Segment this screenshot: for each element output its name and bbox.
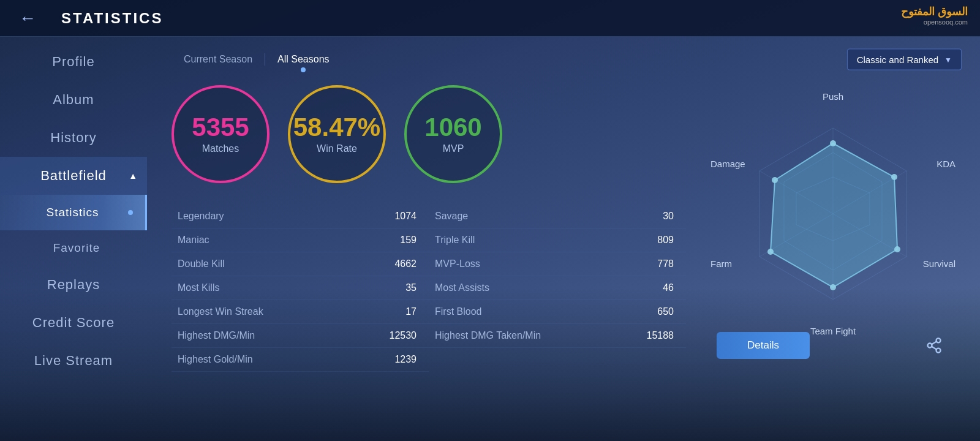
sidebar-item-album[interactable]: Album bbox=[0, 81, 147, 119]
radar-label-kda: KDA bbox=[937, 159, 956, 169]
svg-point-10 bbox=[830, 140, 836, 146]
radar-label-survival: Survival bbox=[923, 258, 956, 269]
mvp-label: MVP bbox=[443, 143, 464, 154]
logo: السوق المفتوح opensooq.com bbox=[901, 5, 968, 26]
radar-label-teamfight: Team Fight bbox=[810, 326, 856, 336]
stat-dmgmin: Highest DMG/Min 12530 bbox=[172, 324, 429, 348]
stat-legendary-value: 1074 bbox=[394, 211, 417, 222]
stat-legendary-label: Legendary bbox=[178, 211, 224, 222]
stat-triplekill-label: Triple Kill bbox=[435, 235, 475, 246]
svg-marker-9 bbox=[771, 143, 897, 287]
tab-all-seasons[interactable]: All Seasons bbox=[265, 49, 342, 70]
sidebar-item-statistics[interactable]: Statistics bbox=[0, 195, 147, 230]
radar-label-damage: Damage bbox=[710, 159, 745, 169]
winrate-label: Win Rate bbox=[317, 143, 357, 154]
svg-point-12 bbox=[894, 246, 900, 252]
svg-point-11 bbox=[891, 174, 897, 180]
stat-mostassists-label: Most Assists bbox=[435, 282, 489, 293]
stat-mvploss-label: MVP-Loss bbox=[435, 258, 480, 270]
stat-firstblood-value: 650 bbox=[657, 306, 674, 317]
stat-mostkills-label: Most Kills bbox=[178, 282, 219, 293]
stat-triplekill-value: 809 bbox=[657, 235, 674, 246]
stat-dmgtakenmin-value: 15188 bbox=[647, 330, 674, 341]
stat-savage: Savage 30 bbox=[429, 205, 686, 228]
stat-mvploss-value: 778 bbox=[657, 258, 674, 270]
matches-value: 5355 bbox=[192, 115, 249, 140]
sidebar-item-creditscore[interactable]: Credit Score bbox=[0, 304, 147, 342]
matches-label: Matches bbox=[202, 143, 239, 154]
logo-text: السوق المفتوح bbox=[901, 5, 968, 18]
tab-current-season[interactable]: Current Season bbox=[172, 49, 265, 70]
stat-mvploss: MVP-Loss 778 bbox=[429, 252, 686, 276]
svg-point-18 bbox=[937, 349, 941, 353]
winrate-circle: 58.47% Win Rate bbox=[288, 85, 386, 183]
stat-firstblood-label: First Blood bbox=[435, 306, 481, 317]
mvp-circle: 1060 MVP bbox=[404, 85, 502, 183]
stat-savage-label: Savage bbox=[435, 211, 468, 222]
sidebar: Profile Album History Battlefield ▲ Stat… bbox=[0, 37, 147, 441]
radar-label-farm: Farm bbox=[710, 258, 732, 269]
active-dot bbox=[128, 210, 133, 215]
stat-doublekill-label: Double Kill bbox=[178, 258, 224, 270]
stat-goldmin-value: 1239 bbox=[394, 354, 417, 365]
stat-maniac-label: Maniac bbox=[178, 235, 209, 246]
stat-legendary: Legendary 1074 bbox=[172, 205, 429, 228]
sidebar-item-livestream[interactable]: Live Stream bbox=[0, 342, 147, 380]
stat-doublekill: Double Kill 4662 bbox=[172, 252, 429, 276]
svg-point-14 bbox=[767, 249, 774, 255]
stat-savage-value: 30 bbox=[663, 211, 674, 222]
logo-sub: opensooq.com bbox=[924, 18, 968, 26]
svg-point-17 bbox=[928, 344, 932, 348]
mvp-value: 1060 bbox=[424, 115, 481, 140]
filter-label: Classic and Ranked bbox=[857, 55, 938, 65]
filter-dropdown[interactable]: Classic and Ranked ▼ bbox=[847, 49, 962, 70]
chevron-down-icon: ▼ bbox=[944, 55, 952, 64]
sidebar-item-history[interactable]: History bbox=[0, 119, 147, 157]
stats-layout: 5355 Matches 58.47% Win Rate 1060 MVP bbox=[172, 85, 962, 372]
stat-winstreak-value: 17 bbox=[405, 306, 417, 317]
svg-point-15 bbox=[772, 177, 778, 183]
stat-maniac-value: 159 bbox=[400, 235, 417, 246]
stats-col-left: Legendary 1074 Maniac 159 Double Kill 46… bbox=[172, 205, 429, 372]
stats-panel: 5355 Matches 58.47% Win Rate 1060 MVP bbox=[172, 85, 686, 372]
winrate-value: 58.47% bbox=[293, 115, 380, 140]
stat-winstreak: Longest Win Streak 17 bbox=[172, 300, 429, 324]
stats-grid: Legendary 1074 Maniac 159 Double Kill 46… bbox=[172, 205, 686, 372]
stat-mostassists: Most Assists 46 bbox=[429, 276, 686, 300]
circles-row: 5355 Matches 58.47% Win Rate 1060 MVP bbox=[172, 85, 686, 183]
back-button[interactable]: ← bbox=[12, 6, 43, 31]
header: ← STATISTICS السوق المفتوح opensooq.com bbox=[0, 0, 980, 37]
svg-line-19 bbox=[932, 347, 937, 350]
tabs-bar: Current Season All Seasons Classic and R… bbox=[172, 49, 962, 70]
stat-mostassists-value: 46 bbox=[663, 282, 674, 293]
page-title: STATISTICS bbox=[61, 10, 163, 27]
radar-chart bbox=[717, 97, 949, 330]
sidebar-item-replays[interactable]: Replays bbox=[0, 266, 147, 304]
stat-dmgtakenmin-label: Highest DMG Taken/Min bbox=[435, 330, 541, 341]
expand-icon: ▲ bbox=[129, 171, 138, 181]
radar-panel: Push KDA Survival Team Fight Farm Damage bbox=[704, 85, 962, 372]
stat-mostkills-value: 35 bbox=[405, 282, 417, 293]
stat-dmgtakenmin: Highest DMG Taken/Min 15188 bbox=[429, 324, 686, 348]
sidebar-item-profile[interactable]: Profile bbox=[0, 43, 147, 81]
stat-triplekill: Triple Kill 809 bbox=[429, 228, 686, 252]
stat-goldmin: Highest Gold/Min 1239 bbox=[172, 348, 429, 372]
stat-goldmin-label: Highest Gold/Min bbox=[178, 354, 253, 365]
matches-circle: 5355 Matches bbox=[172, 85, 270, 183]
svg-point-13 bbox=[830, 284, 836, 290]
radar-label-push: Push bbox=[823, 91, 843, 102]
sidebar-item-favorite[interactable]: Favorite bbox=[0, 230, 147, 266]
sidebar-item-battlefield[interactable]: Battlefield ▲ bbox=[0, 157, 147, 195]
stat-winstreak-label: Longest Win Streak bbox=[178, 306, 263, 317]
main-content: Current Season All Seasons Classic and R… bbox=[153, 37, 980, 441]
radar-container: Push KDA Survival Team Fight Farm Damage bbox=[704, 85, 962, 342]
stat-dmgmin-label: Highest DMG/Min bbox=[178, 330, 255, 341]
stats-col-right: Savage 30 Triple Kill 809 MVP-Loss 778 M… bbox=[429, 205, 686, 372]
stat-mostkills: Most Kills 35 bbox=[172, 276, 429, 300]
stat-doublekill-value: 4662 bbox=[394, 258, 417, 270]
stat-dmgmin-value: 12530 bbox=[390, 330, 417, 341]
stat-firstblood: First Blood 650 bbox=[429, 300, 686, 324]
stat-maniac: Maniac 159 bbox=[172, 228, 429, 252]
